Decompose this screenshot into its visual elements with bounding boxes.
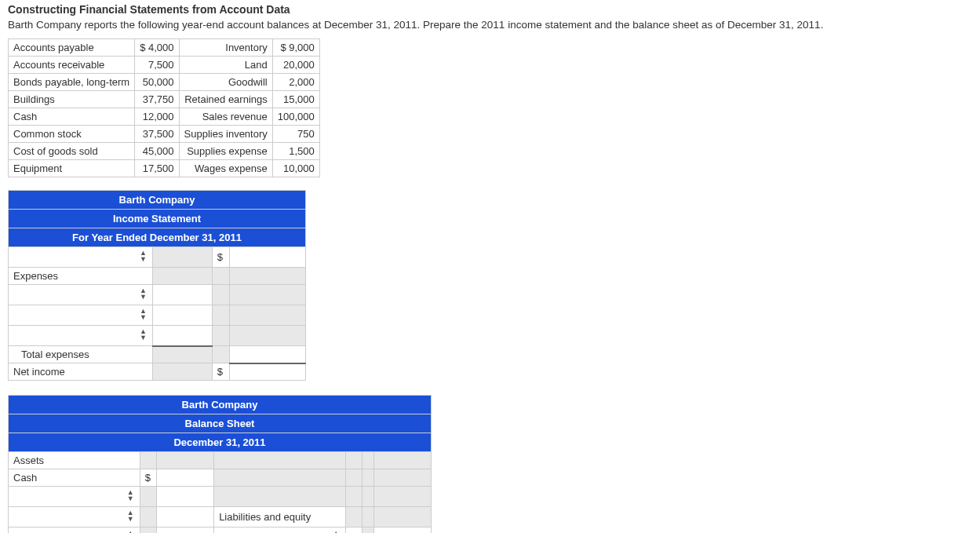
account-amount: 50,000	[135, 74, 179, 91]
account-name: Inventory	[179, 39, 272, 57]
account-name: Accounts receivable	[9, 57, 135, 74]
total-expenses-label: Total expenses	[9, 346, 153, 363]
account-amount: 20,000	[272, 57, 319, 74]
account-name: Retained earnings	[179, 91, 272, 108]
account-name: Accounts payable	[9, 39, 135, 57]
bs-assets-header-row: Assets	[9, 452, 432, 469]
balance-sheet-table: Barth Company Balance Sheet December 31,…	[8, 395, 432, 533]
accounts-row: Equipment17,500Wages expense10,000	[9, 160, 320, 177]
account-amount: 7,500	[135, 57, 179, 74]
assets-label: Assets	[9, 452, 140, 469]
is-amount-input[interactable]	[152, 305, 212, 326]
instructions-text: Barth Company reports the following year…	[8, 19, 972, 31]
dollar-sign: $	[212, 363, 229, 381]
accounts-row: Accounts payable$ 4,000Inventory$ 9,000	[9, 39, 320, 57]
account-amount: 2,000	[272, 74, 319, 91]
account-amount: $ 4,000	[135, 39, 179, 57]
account-name: Goodwill	[179, 74, 272, 91]
is-account-dropdown[interactable]: ▲▼	[9, 285, 153, 305]
account-amount: 17,500	[135, 160, 179, 177]
account-name: Buildings	[9, 91, 135, 108]
is-amount-input[interactable]	[229, 247, 305, 268]
account-name: Equipment	[9, 160, 135, 177]
income-statement-table: Barth Company Income Statement For Year …	[8, 190, 306, 381]
account-name: Supplies inventory	[179, 126, 272, 143]
account-name: Supplies expense	[179, 143, 272, 160]
is-expense-row-2: ▲▼	[9, 305, 306, 326]
bs-header-company: Barth Company	[9, 396, 432, 414]
bs-asset-row-2: ▲▼	[9, 487, 432, 507]
accounts-row: Buildings37,750Retained earnings15,000	[9, 91, 320, 108]
accounts-table: Accounts payable$ 4,000Inventory$ 9,000A…	[8, 38, 320, 177]
is-total-expenses-row: Total expenses	[9, 346, 306, 363]
bs-amount-input[interactable]	[156, 487, 213, 507]
bs-asset-row-4: ▲▼ ▲▼ $	[9, 528, 432, 534]
account-amount: 100,000	[272, 108, 319, 126]
bs-amount-input[interactable]	[156, 507, 213, 528]
accounts-row: Bonds payable, long-term50,000Goodwill2,…	[9, 74, 320, 91]
dollar-sign: $	[140, 469, 156, 487]
is-account-dropdown[interactable]: ▲▼	[9, 305, 153, 326]
account-amount: 750	[272, 126, 319, 143]
bs-account-dropdown[interactable]: ▲▼	[9, 528, 140, 534]
cash-label: Cash	[9, 469, 140, 487]
is-expense-row-1: ▲▼	[9, 285, 306, 305]
is-total-expenses-input[interactable]	[229, 346, 305, 363]
is-account-dropdown[interactable]: ▲▼	[9, 326, 153, 346]
account-name: Cash	[9, 108, 135, 126]
bs-liab-dropdown[interactable]: ▲▼	[214, 528, 346, 534]
is-amount-input[interactable]	[152, 326, 212, 346]
account-name: Common stock	[9, 126, 135, 143]
accounts-row: Cost of goods sold45,000Supplies expense…	[9, 143, 320, 160]
page-title: Constructing Financial Statements from A…	[8, 3, 972, 16]
dollar-sign: $	[212, 247, 229, 268]
is-net-income-input[interactable]	[229, 363, 305, 381]
bs-account-dropdown[interactable]: ▲▼	[9, 487, 140, 507]
account-name: Bonds payable, long-term	[9, 74, 135, 91]
bs-account-dropdown[interactable]: ▲▼	[9, 507, 140, 528]
is-expenses-header-row: Expenses	[9, 268, 306, 285]
bs-header-title: Balance Sheet	[9, 414, 432, 433]
account-amount: 45,000	[135, 143, 179, 160]
bs-amount-input[interactable]	[156, 528, 213, 534]
bs-amount-input[interactable]	[373, 528, 431, 534]
accounts-row: Cash12,000Sales revenue100,000	[9, 108, 320, 126]
bs-header-date: December 31, 2011	[9, 433, 432, 452]
account-amount: 37,750	[135, 91, 179, 108]
bs-asset-row-3: ▲▼ Liabilities and equity	[9, 507, 432, 528]
accounts-row: Accounts receivable7,500Land20,000	[9, 57, 320, 74]
is-amount-input[interactable]	[152, 285, 212, 305]
is-header-period: For Year Ended December 31, 2011	[9, 228, 306, 247]
account-amount: 12,000	[135, 108, 179, 126]
liabilities-equity-label: Liabilities and equity	[214, 507, 346, 528]
bs-amount-input[interactable]	[156, 469, 213, 487]
dollar-sign: $	[345, 528, 362, 534]
accounts-row: Common stock37,500Supplies inventory750	[9, 126, 320, 143]
is-net-income-row: Net income $	[9, 363, 306, 381]
bs-cash-row: Cash $	[9, 469, 432, 487]
is-account-dropdown[interactable]: ▲▼	[9, 247, 153, 268]
account-amount: 37,500	[135, 126, 179, 143]
account-amount: 10,000	[272, 160, 319, 177]
is-expense-row-3: ▲▼	[9, 326, 306, 346]
expenses-label: Expenses	[9, 268, 153, 285]
is-revenue-row: ▲▼ $	[9, 247, 306, 268]
account-amount: $ 9,000	[272, 39, 319, 57]
account-amount: 1,500	[272, 143, 319, 160]
account-name: Wages expense	[179, 160, 272, 177]
account-name: Land	[179, 57, 272, 74]
account-amount: 15,000	[272, 91, 319, 108]
is-header-company: Barth Company	[9, 191, 306, 210]
account-name: Sales revenue	[179, 108, 272, 126]
is-header-title: Income Statement	[9, 210, 306, 228]
net-income-label: Net income	[9, 363, 153, 381]
account-name: Cost of goods sold	[9, 143, 135, 160]
